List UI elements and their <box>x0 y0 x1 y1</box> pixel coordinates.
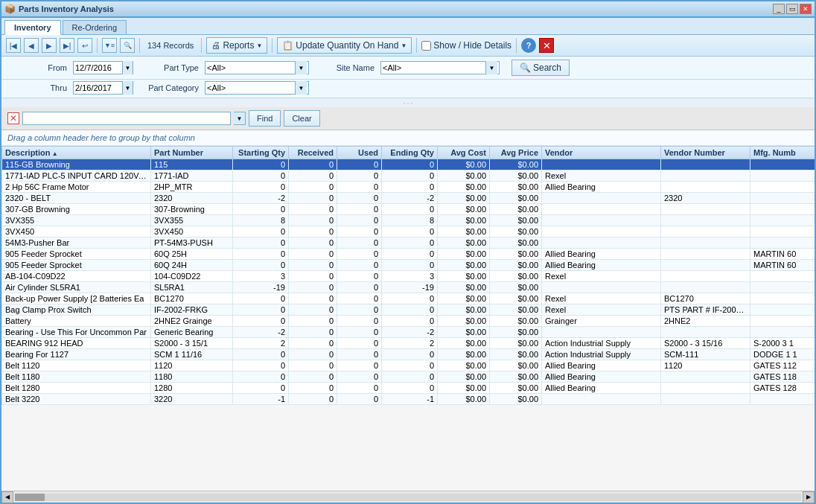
table-row[interactable]: AB-104-C09D22104-C09D223003$0.00$0.00Rex… <box>2 271 815 282</box>
cell-endqty: 3 <box>382 271 438 282</box>
search-dropdown[interactable]: ▼ <box>234 112 246 125</box>
table-row[interactable]: Bearing For 1127SCM 1 11/160000$0.00$0.0… <box>2 349 815 360</box>
nav-prev-button[interactable]: ◀ <box>24 38 39 53</box>
thru-date-input[interactable] <box>74 82 122 94</box>
search-input[interactable] <box>22 112 231 125</box>
table-row[interactable]: Air Cylinder SL5RA1SL5RA1-1900-19$0.00$0… <box>2 282 815 293</box>
hscroll-left-button[interactable]: ◀ <box>1 491 13 503</box>
part-type-input[interactable] <box>205 62 295 74</box>
hscroll-track[interactable] <box>15 494 801 501</box>
part-category-dropdown[interactable]: ▼ <box>295 81 307 95</box>
table-row[interactable]: Belt 112011200000$0.00$0.00Allied Bearin… <box>2 360 815 371</box>
nav-search-button[interactable]: 🔍 <box>120 38 135 53</box>
cell-endqty: 0 <box>382 260 438 271</box>
table-row[interactable]: 905 Feeder Sprocket60Q 24H0000$0.00$0.00… <box>2 260 815 271</box>
table-row[interactable]: 2320 - BELT2320-200-2$0.00$0.002320 <box>2 193 815 204</box>
col-header-received[interactable]: Received <box>289 147 337 159</box>
cell-vendor: Allied Bearing <box>542 182 661 193</box>
hscroll-right-button[interactable]: ▶ <box>803 491 815 503</box>
table-row[interactable]: Bag Clamp Prox SwitchIF-2002-FRKG0000$0.… <box>2 304 815 316</box>
col-header-vendornum[interactable]: Vendor Number <box>661 147 750 159</box>
cell-avgprice: $0.00 <box>490 316 542 327</box>
cell-received: 0 <box>289 260 337 271</box>
table-row[interactable]: 3VX4503VX4500000$0.00$0.00 <box>2 226 815 237</box>
table-row[interactable]: Belt 128012800000$0.00$0.00Allied Bearin… <box>2 383 815 394</box>
cell-partnum: BC1270 <box>151 293 233 304</box>
nav-last-button[interactable]: ▶| <box>60 38 74 53</box>
close-button[interactable]: ✕ <box>800 4 812 14</box>
table-row[interactable]: Battery2HNE2 Grainge0000$0.00$0.00Graing… <box>2 316 815 327</box>
from-date-picker[interactable]: ▼ <box>122 61 133 74</box>
nav-refresh-button[interactable]: ↩ <box>77 38 92 53</box>
cell-avgprice: $0.00 <box>490 237 542 249</box>
table-row[interactable]: Bearing - Use This For Uncommon ParGener… <box>2 327 815 338</box>
part-type-dropdown[interactable]: ▼ <box>295 61 307 74</box>
table-row[interactable]: Back-up Power Supply [2 Batteries EaBC12… <box>2 293 815 304</box>
help-button[interactable]: ? <box>521 38 536 53</box>
cell-vendornum <box>661 249 750 260</box>
cell-desc: Belt 1280 <box>2 383 151 394</box>
reports-icon: 🖨 <box>211 40 220 51</box>
col-header-avgprice[interactable]: Avg Price <box>490 147 542 159</box>
cell-used: 0 <box>337 182 382 193</box>
cell-desc: Bearing - Use This For Uncommon Par <box>2 327 151 338</box>
col-header-vendor[interactable]: Vendor <box>542 147 661 159</box>
table-row[interactable]: 115-GB Browning1150000$0.00$0.00 <box>2 159 815 170</box>
tab-inventory[interactable]: Inventory <box>4 20 61 35</box>
horizontal-scrollbar[interactable]: ◀ ▶ <box>1 491 815 503</box>
table-row[interactable]: 905 Feeder Sprocket60Q 25H0000$0.00$0.00… <box>2 249 815 260</box>
cell-received: 0 <box>289 316 337 327</box>
col-header-avgcost[interactable]: Avg Cost <box>438 147 490 159</box>
cell-startqty: 0 <box>233 182 289 193</box>
search-button[interactable]: 🔍 Search <box>511 60 570 76</box>
cell-vendornum: S2000 - 3 15/16 <box>661 338 750 349</box>
col-header-desc[interactable]: Description <box>2 147 151 159</box>
col-header-endqty[interactable]: Ending Qty <box>382 147 438 159</box>
table-row[interactable]: BEARING 912 HEADS2000 - 3 15/12002$0.00$… <box>2 338 815 349</box>
from-date-input[interactable] <box>74 62 122 74</box>
table-row[interactable]: 307-GB Browning307-Browning0000$0.00$0.0… <box>2 204 815 215</box>
exit-button[interactable]: ✕ <box>539 38 554 53</box>
tab-reordering[interactable]: Re-Ordering <box>63 20 127 34</box>
table-row[interactable]: Belt 32203220-100-1$0.00$0.00 <box>2 394 815 405</box>
cell-partnum: 1180 <box>151 371 233 383</box>
toolbar-sep-1 <box>97 38 98 53</box>
cell-used: 0 <box>337 159 382 170</box>
nav-next-button[interactable]: ▶ <box>42 38 57 53</box>
col-header-mfgnum[interactable]: Mfg. Numb <box>750 147 815 159</box>
col-header-used[interactable]: Used <box>337 147 382 159</box>
restore-button[interactable]: ▭ <box>786 4 798 14</box>
table-row[interactable]: 1771-IAD PLC-5 INPUT CARD 120VAC1771-IAD… <box>2 170 815 182</box>
show-hide-checkbox[interactable] <box>421 41 431 51</box>
main-window: Inventory Re-Ordering |◀ ◀ ▶ ▶| ↩ ▼≡ 🔍 1… <box>0 16 816 504</box>
update-qty-button[interactable]: 📋 Update Quantity On Hand ▼ <box>277 37 412 54</box>
search-clear-button[interactable]: ✕ <box>7 112 19 124</box>
reports-button[interactable]: 🖨 Reports ▼ <box>206 37 267 54</box>
cell-used: 0 <box>337 327 382 338</box>
table-row[interactable]: 2 Hp 56C Frame Motor2HP_MTR0000$0.00$0.0… <box>2 182 815 193</box>
nav-filter-button[interactable]: ▼≡ <box>102 38 117 53</box>
nav-first-button[interactable]: |◀ <box>6 38 21 53</box>
hscroll-thumb[interactable] <box>15 494 45 501</box>
minimize-button[interactable]: _ <box>773 4 785 14</box>
site-name-dropdown[interactable]: ▼ <box>485 61 497 74</box>
table-row[interactable]: Belt 118011800000$0.00$0.00Allied Bearin… <box>2 371 815 383</box>
clear-button[interactable]: Clear <box>284 110 319 127</box>
cell-vendornum <box>661 371 750 383</box>
part-category-input[interactable] <box>205 82 295 94</box>
find-button[interactable]: Find <box>249 110 281 127</box>
table-row[interactable]: 3VX3553VX3558008$0.00$0.00 <box>2 215 815 226</box>
thru-date-picker[interactable]: ▼ <box>122 81 133 95</box>
cell-startqty: 8 <box>233 215 289 226</box>
cell-received: 0 <box>289 282 337 293</box>
col-header-startqty[interactable]: Starting Qty <box>233 147 289 159</box>
site-name-input[interactable] <box>381 62 485 74</box>
cell-avgcost: $0.00 <box>438 170 490 182</box>
col-header-partnum[interactable]: Part Number <box>151 147 233 159</box>
table-row[interactable]: 54M3-Pusher BarPT-54M3-PUSH0000$0.00$0.0… <box>2 237 815 249</box>
cell-used: 0 <box>337 204 382 215</box>
show-hide-label[interactable]: Show / Hide Details <box>421 40 511 51</box>
cell-endqty: 0 <box>382 383 438 394</box>
window-controls[interactable]: _ ▭ ✕ <box>773 4 812 14</box>
cell-vendornum <box>661 383 750 394</box>
